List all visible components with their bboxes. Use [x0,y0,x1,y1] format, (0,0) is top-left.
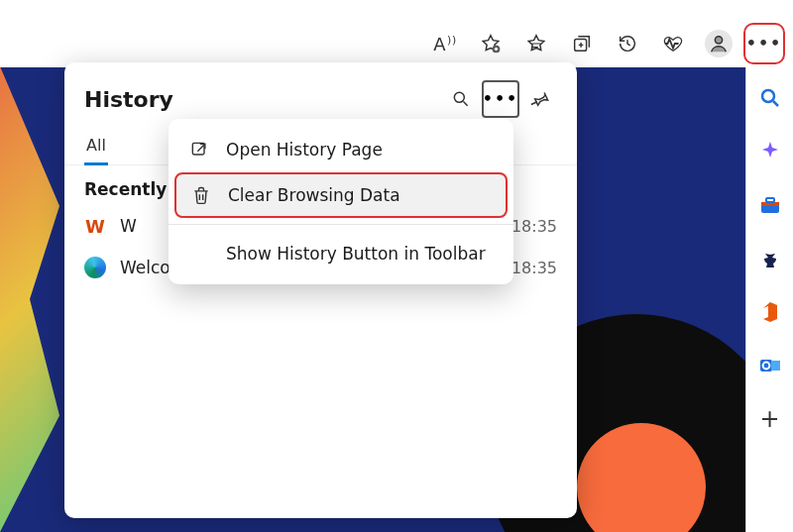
collections-button[interactable] [561,23,603,64]
sidebar-discover-button[interactable] [757,139,783,164]
menu-item-label: Open History Page [226,140,383,160]
svg-point-3 [762,90,774,102]
svg-rect-11 [192,143,204,155]
sidebar-add-button[interactable]: + [757,406,783,432]
svg-point-2 [715,37,722,44]
favorites-icon [525,33,547,54]
menu-show-history-button-in-toolbar[interactable]: Show History Button in Toolbar [169,231,513,276]
settings-and-more-button[interactable]: ••• [743,23,785,64]
history-search-button[interactable] [442,80,480,118]
menu-item-label: Show History Button in Toolbar [226,244,486,264]
add-favorite-button[interactable] [470,23,511,64]
sidebar-games-button[interactable] [757,246,783,271]
svg-rect-9 [771,361,780,371]
read-aloud-button[interactable]: A)) [424,23,466,64]
history-icon [617,33,638,54]
site-favicon-icon: W [84,215,106,237]
pin-icon [530,89,550,109]
search-icon [758,86,782,110]
menu-open-history-page[interactable]: Open History Page [169,127,513,172]
office-icon [758,300,782,324]
site-favicon-icon [84,257,106,278]
sidebar-outlook-button[interactable] [757,353,783,378]
search-icon [451,89,471,109]
sidebar-tools-button[interactable] [757,192,783,218]
toolbox-icon [758,193,782,217]
sparkle-icon [758,140,782,163]
tab-all[interactable]: All [84,130,108,164]
history-panel-title: History [84,87,173,112]
performance-button[interactable] [652,23,694,64]
history-panel-actions: ••• [442,80,559,118]
plus-icon: + [759,405,779,433]
star-plus-icon [480,33,502,54]
history-entry-time: 18:35 [511,217,557,236]
svg-point-10 [454,92,464,102]
outlook-icon [758,354,782,377]
browser-toolbar: A)) ••• [0,20,793,67]
history-pin-button[interactable] [521,80,559,118]
menu-clear-browsing-data[interactable]: Clear Browsing Data [174,172,508,218]
blank-icon [188,243,210,265]
history-button[interactable] [607,23,648,64]
profile-avatar-icon [705,30,733,57]
read-aloud-icon: A)) [433,34,456,54]
chess-icon [758,247,782,270]
svg-rect-6 [766,198,774,202]
sidebar-search-button[interactable] [757,85,783,111]
menu-item-label: Clear Browsing Data [228,185,400,205]
trash-icon [190,184,212,206]
profile-button[interactable] [698,23,739,64]
sidebar-office-button[interactable] [757,299,783,325]
history-entry-time: 18:35 [511,259,557,277]
history-more-options-button[interactable]: ••• [482,80,519,118]
history-context-menu: Open History Page Clear Browsing Data Sh… [169,119,513,284]
menu-separator [169,224,513,225]
collections-icon [571,33,593,54]
favorites-button[interactable] [515,23,557,64]
heartbeat-icon [662,33,684,54]
edge-sidebar: + [745,67,793,532]
open-external-icon [188,139,210,160]
history-panel-header: History ••• [64,62,577,126]
